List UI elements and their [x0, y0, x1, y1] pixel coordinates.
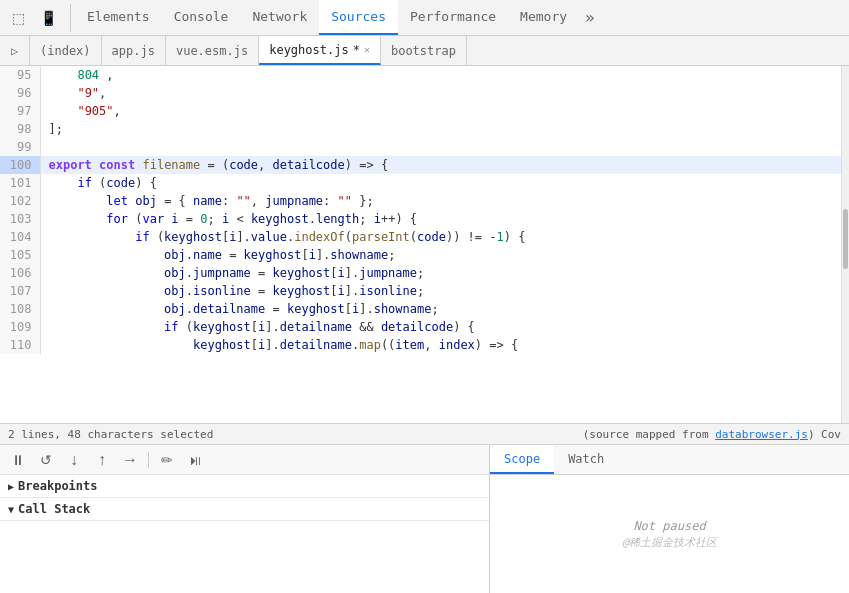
code-line-97: 97 "905", — [0, 102, 841, 120]
call-stack-label: Call Stack — [18, 502, 90, 516]
inspect-icon[interactable]: ⬚ — [4, 4, 32, 32]
watermark-text: @稀土掘金技术社区 — [622, 535, 717, 550]
code-line-110: 110 keyghost[i].detailname.map((item, in… — [0, 336, 841, 354]
code-line-109: 109 if (keyghost[i].detailname && detail… — [0, 318, 841, 336]
bottom-panel: ⏸ ↺ ↓ ↑ → ✏ ⏯ ▶ Breakpoints ▼ Call Stack — [0, 445, 849, 593]
code-line-102: 102 let obj = { name: "", jumpname: "" }… — [0, 192, 841, 210]
async-button[interactable]: ⏯ — [183, 448, 207, 472]
file-tab-keyghost[interactable]: keyghost.js* ✕ — [259, 36, 381, 65]
left-panel-content: ▶ Breakpoints ▼ Call Stack — [0, 475, 489, 593]
code-panel: 95 804 , 96 "9", 97 "905", 98 ]; — [0, 66, 849, 423]
step-over-button[interactable]: ↺ — [34, 448, 58, 472]
right-panel-content: Not paused @稀土掘金技术社区 — [490, 475, 849, 593]
tabs-overflow[interactable]: » — [579, 0, 601, 35]
step-continue-button[interactable]: → — [118, 448, 142, 472]
code-line-103: 103 for (var i = 0; i < keyghost.length;… — [0, 210, 841, 228]
code-line-99: 99 — [0, 138, 841, 156]
not-paused-text: Not paused — [633, 519, 705, 533]
code-line-105: 105 obj.name = keyghost[i].showname; — [0, 246, 841, 264]
right-panel: Scope Watch Not paused @稀土掘金技术社区 — [490, 445, 849, 593]
tab-sources[interactable]: Sources — [319, 0, 398, 35]
debug-toolbar: ⏸ ↺ ↓ ↑ → ✏ ⏯ — [0, 445, 489, 475]
source-link[interactable]: databrowser.js — [715, 428, 808, 441]
code-scrollbar[interactable] — [841, 66, 849, 423]
tab-network[interactable]: Network — [240, 0, 319, 35]
debug-separator — [148, 452, 149, 468]
code-line-95: 95 804 , — [0, 66, 841, 84]
tab-performance[interactable]: Performance — [398, 0, 508, 35]
deactivate-button[interactable]: ✏ — [155, 448, 179, 472]
file-tab-bootstrap[interactable]: bootstrap — [381, 36, 467, 65]
code-line-106: 106 obj.jumpname = keyghost[i].jumpname; — [0, 264, 841, 282]
right-tabs: Scope Watch — [490, 445, 849, 475]
code-line-108: 108 obj.detailname = keyghost[i].shownam… — [0, 300, 841, 318]
device-icon[interactable]: 📱 — [34, 4, 62, 32]
selection-info: 2 lines, 48 characters selected — [8, 428, 213, 441]
code-editor[interactable]: 95 804 , 96 "9", 97 "905", 98 ]; — [0, 66, 841, 423]
code-line-101: 101 if (code) { — [0, 174, 841, 192]
code-line-98: 98 ]; — [0, 120, 841, 138]
file-tabs-bar: ▷ (index) app.js vue.esm.js keyghost.js*… — [0, 36, 849, 66]
left-panel: ⏸ ↺ ↓ ↑ → ✏ ⏯ ▶ Breakpoints ▼ Call Stack — [0, 445, 490, 593]
code-line-107: 107 obj.isonline = keyghost[i].isonline; — [0, 282, 841, 300]
file-tab-vueesm[interactable]: vue.esm.js — [166, 36, 259, 65]
pause-button[interactable]: ⏸ — [6, 448, 30, 472]
main-area: 95 804 , 96 "9", 97 "905", 98 ]; — [0, 66, 849, 593]
step-out-button[interactable]: ↑ — [90, 448, 114, 472]
close-keyghost-tab[interactable]: ✕ — [364, 44, 370, 55]
breakpoints-label: Breakpoints — [18, 479, 97, 493]
call-stack-section[interactable]: ▼ Call Stack — [0, 498, 489, 521]
call-stack-arrow: ▼ — [8, 504, 14, 515]
step-into-button[interactable]: ↓ — [62, 448, 86, 472]
tab-memory[interactable]: Memory — [508, 0, 579, 35]
scrollbar-thumb — [843, 209, 848, 269]
tab-elements[interactable]: Elements — [75, 0, 162, 35]
code-line-104: 104 if (keyghost[i].value.indexOf(parseI… — [0, 228, 841, 246]
file-tab-appjs[interactable]: app.js — [102, 36, 166, 65]
breakpoints-arrow: ▶ — [8, 481, 14, 492]
status-bar: 2 lines, 48 characters selected (source … — [0, 423, 849, 445]
main-tabs: Elements Console Network Sources Perform… — [75, 0, 845, 35]
toolbar-icons: ⬚ 📱 — [4, 4, 71, 32]
file-tab-index[interactable]: (index) — [30, 36, 102, 65]
tab-watch[interactable]: Watch — [554, 445, 618, 474]
breakpoints-section[interactable]: ▶ Breakpoints — [0, 475, 489, 498]
panel-toggle[interactable]: ▷ — [0, 36, 30, 66]
tab-scope[interactable]: Scope — [490, 445, 554, 474]
main-toolbar: ⬚ 📱 Elements Console Network Sources Per… — [0, 0, 849, 36]
panel-icon: ▷ — [11, 44, 18, 58]
source-info: (source mapped from databrowser.js) Cov — [583, 428, 841, 441]
code-lines: 95 804 , 96 "9", 97 "905", 98 ]; — [0, 66, 841, 354]
code-line-96: 96 "9", — [0, 84, 841, 102]
tab-console[interactable]: Console — [162, 0, 241, 35]
code-line-100: 100 export const filename = (code, detai… — [0, 156, 841, 174]
